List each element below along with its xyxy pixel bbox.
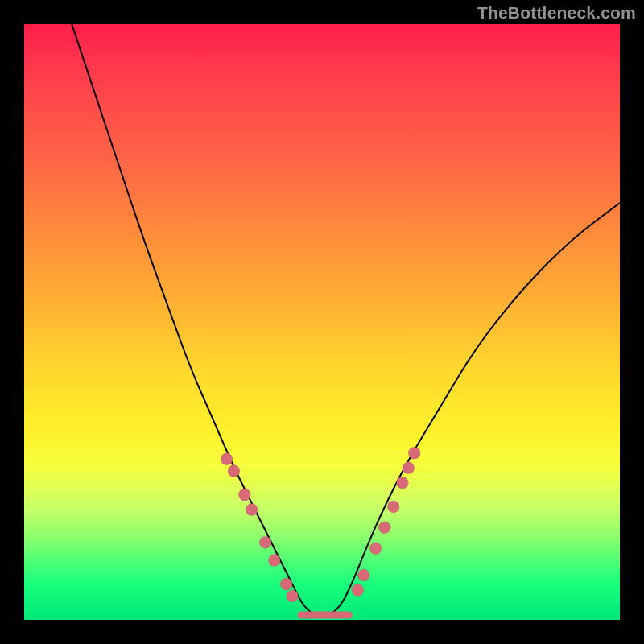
marker-dot: [352, 584, 364, 597]
marker-dots-right: [352, 447, 420, 596]
marker-dot: [387, 501, 399, 513]
watermark-text: TheBottleneck.com: [477, 3, 636, 23]
marker-dot: [378, 522, 390, 534]
horizontal-bands: [24, 453, 620, 513]
chart-frame: TheBottleneck.com: [0, 0, 644, 644]
marker-dot: [268, 555, 280, 567]
marker-dots-left: [221, 453, 298, 602]
marker-dot: [221, 453, 233, 465]
marker-dot: [246, 504, 258, 516]
marker-dot: [357, 569, 369, 581]
marker-dot: [396, 477, 408, 489]
v-curve: [72, 24, 620, 617]
marker-dot: [280, 578, 292, 590]
marker-dot: [287, 590, 299, 602]
marker-dot: [259, 536, 271, 548]
marker-dot: [238, 489, 250, 501]
marker-dot: [228, 465, 240, 477]
plot-area: [24, 24, 620, 620]
chart-svg: [24, 24, 620, 620]
marker-dot: [402, 462, 415, 474]
marker-dot: [369, 543, 382, 555]
marker-dot: [408, 447, 420, 459]
